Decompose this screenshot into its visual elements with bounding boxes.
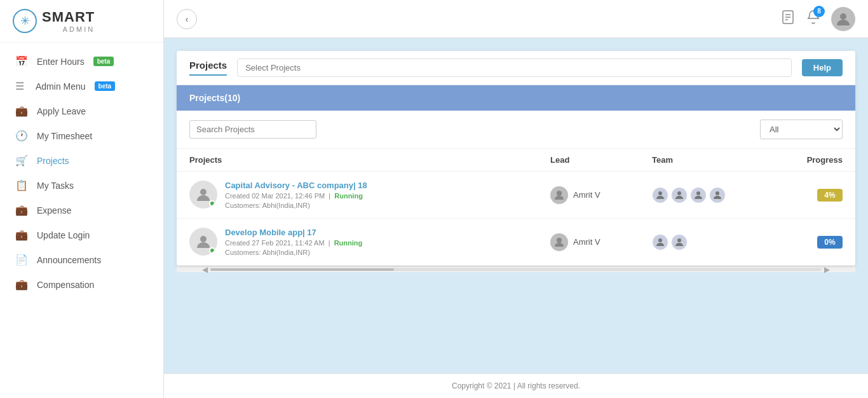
projects-count-bar: Projects(10)	[177, 85, 855, 111]
project-meta-2: Created 27 Feb 2021, 11:42 AM | Running	[225, 239, 362, 247]
notifications-icon[interactable]: 8	[806, 10, 821, 29]
tab-projects[interactable]: Projects	[189, 60, 227, 76]
col-lead: Lead	[550, 155, 652, 165]
compensation-icon: 💼	[15, 278, 28, 291]
sidebar-item-compensation[interactable]: 💼 Compensation	[0, 272, 163, 297]
svg-point-5	[200, 189, 207, 195]
project-status-1: Running	[334, 192, 363, 200]
project-customers-1: Customers: Abhi(India,INR)	[225, 202, 367, 209]
project-info-1: Capital Advisory - ABC company| 18 Creat…	[189, 181, 550, 209]
project-name-1[interactable]: Capital Advisory - ABC company| 18	[225, 181, 367, 190]
svg-point-8	[677, 191, 681, 195]
user-avatar[interactable]	[831, 7, 855, 31]
nav-label-update-login: Update Login	[37, 230, 90, 240]
project-details-2: Develop Mobile app| 17 Created 27 Feb 20…	[225, 228, 362, 256]
nav-label-compensation: Compensation	[37, 280, 94, 290]
team-cell-1	[652, 187, 754, 203]
calendar-icon: 📅	[15, 55, 28, 67]
svg-point-14	[677, 238, 681, 242]
panel-header: Projects Help	[177, 51, 855, 85]
svg-point-4	[840, 13, 846, 20]
scroll-left-arrow[interactable]: ◀	[202, 265, 208, 274]
nav-label-expense: Expense	[37, 205, 71, 216]
team-member-1d	[709, 187, 726, 203]
nav-label-my-tasks: My Tasks	[37, 181, 74, 191]
col-projects: Projects	[189, 155, 550, 165]
notifications-count: 8	[813, 6, 825, 17]
lead-avatar-1	[550, 186, 568, 204]
sidebar-item-admin-menu[interactable]: ☰ Admin Menu beta	[0, 74, 163, 99]
nav-label-enter-hours: Enter Hours	[37, 57, 85, 67]
nav-label-projects: Projects	[37, 156, 69, 166]
back-button[interactable]: ‹	[177, 9, 197, 29]
scroll-thumb[interactable]	[210, 268, 394, 271]
logo-sub: ADMIN	[42, 25, 95, 33]
sidebar-item-announcements[interactable]: 📄 Announcements	[0, 247, 163, 272]
project-customers-2: Customers: Abhi(India,INR)	[225, 249, 362, 256]
expense-icon: 💼	[15, 204, 28, 216]
footer: Copyright © 2021 | All rights reserved.	[164, 373, 868, 398]
svg-point-13	[658, 238, 662, 242]
scroll-right-arrow[interactable]: ▶	[824, 265, 830, 274]
horizontal-scrollbar: ◀ ▶	[177, 266, 855, 272]
nav-label-apply-leave: Apply Leave	[37, 106, 86, 116]
status-dot-2	[209, 247, 215, 254]
announcement-icon: 📄	[15, 254, 28, 266]
projects-panel: Projects Help Projects(10) All Running C…	[177, 51, 855, 266]
lead-cell-1: Amrit V	[550, 186, 652, 204]
svg-point-12	[557, 238, 562, 243]
progress-badge-2: 0%	[817, 236, 843, 249]
sidebar-item-my-tasks[interactable]: 📋 My Tasks	[0, 173, 163, 198]
select-projects-input[interactable]	[237, 58, 792, 77]
project-avatar-1	[189, 181, 217, 209]
project-details-1: Capital Advisory - ABC company| 18 Creat…	[225, 181, 367, 209]
progress-cell-2: 0%	[754, 236, 843, 249]
project-meta-1: Created 02 Mar 2021, 12:46 PM | Running	[225, 192, 367, 200]
scroll-track[interactable]	[210, 268, 822, 271]
team-member-1b	[671, 187, 688, 203]
progress-badge-1: 4%	[817, 189, 843, 202]
update-icon: 💼	[15, 229, 28, 241]
svg-point-6	[557, 191, 562, 196]
sidebar-item-projects[interactable]: 🛒 Projects	[0, 148, 163, 173]
svg-point-10	[715, 191, 719, 195]
sidebar: ✳ SMART ADMIN 📅 Enter Hours beta ☰ Admin…	[0, 0, 164, 398]
sidebar-nav: 📅 Enter Hours beta ☰ Admin Menu beta 💼 A…	[0, 43, 163, 297]
document-icon[interactable]	[780, 10, 796, 29]
team-member-1a	[652, 187, 668, 203]
project-name-2[interactable]: Develop Mobile app| 17	[225, 228, 362, 237]
cart-icon: 🛒	[15, 154, 28, 167]
clock-icon: 🕐	[15, 130, 28, 142]
status-dot-1	[209, 200, 215, 207]
filter-bar: All Running Completed On Hold	[177, 111, 855, 149]
search-projects-input[interactable]	[189, 120, 316, 139]
sidebar-item-expense[interactable]: 💼 Expense	[0, 198, 163, 223]
table-row: Develop Mobile app| 17 Created 27 Feb 20…	[177, 219, 855, 266]
help-button[interactable]: Help	[802, 59, 843, 76]
lead-name-2: Amrit V	[573, 237, 600, 247]
copyright-text: Copyright © 2021 | All rights reserved.	[452, 381, 580, 390]
svg-point-11	[200, 236, 207, 242]
content-area: Projects Help Projects(10) All Running C…	[164, 38, 868, 373]
lead-cell-2: Amrit V	[550, 233, 652, 251]
topbar: ‹ 8	[164, 0, 868, 38]
table-header: Projects Lead Team Progress	[177, 149, 855, 172]
logo-brand: SMART	[42, 9, 95, 25]
topbar-right: 8	[780, 7, 855, 31]
beta-badge-admin-menu: beta	[95, 81, 116, 91]
sidebar-item-update-login[interactable]: 💼 Update Login	[0, 223, 163, 247]
status-filter-select[interactable]: All Running Completed On Hold	[760, 120, 843, 139]
project-info-2: Develop Mobile app| 17 Created 27 Feb 20…	[189, 228, 550, 256]
nav-label-my-timesheet: My Timesheet	[37, 131, 92, 141]
svg-point-9	[696, 191, 700, 195]
project-status-2: Running	[334, 239, 363, 247]
main-content: ‹ 8	[164, 0, 868, 398]
topbar-left: ‹	[177, 9, 197, 29]
team-cell-2	[652, 234, 754, 250]
sidebar-item-apply-leave[interactable]: 💼 Apply Leave	[0, 99, 163, 123]
sidebar-item-enter-hours[interactable]: 📅 Enter Hours beta	[0, 49, 163, 74]
tasks-icon: 📋	[15, 179, 28, 191]
beta-badge-enter-hours: beta	[93, 57, 114, 66]
sidebar-item-my-timesheet[interactable]: 🕐 My Timesheet	[0, 123, 163, 148]
team-member-2a	[652, 234, 668, 250]
